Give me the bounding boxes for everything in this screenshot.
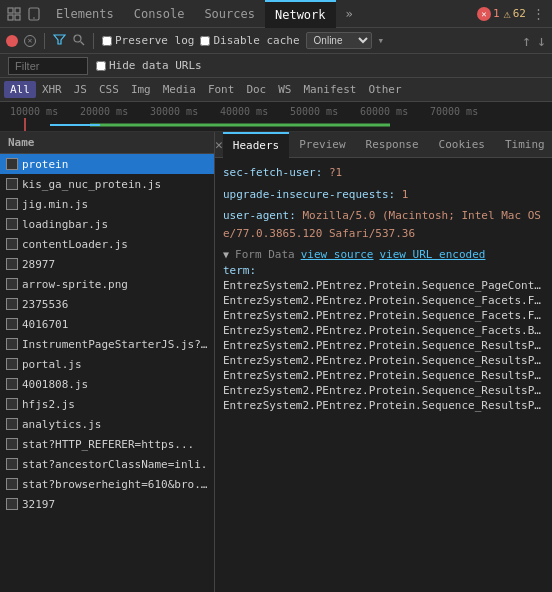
timeline-label: 50000 ms	[290, 106, 360, 117]
file-item[interactable]: 4016701	[0, 314, 214, 334]
file-item[interactable]: kis_ga_nuc_protein.js	[0, 174, 214, 194]
right-tab-timing[interactable]: Timing	[495, 132, 552, 158]
form-row: EntrezSystem2.PEntrez.Protein.Sequence_F…	[223, 293, 543, 308]
file-item[interactable]: portal.js	[0, 354, 214, 374]
error-badge: ✕ 1	[477, 7, 500, 21]
file-item[interactable]: protein	[0, 154, 214, 174]
tab-elements[interactable]: Elements	[46, 0, 124, 28]
header-row: user-agent: Mozilla/5.0 (Macintosh; Inte…	[223, 205, 544, 244]
file-item[interactable]: InstrumentPageStarterJS.js?v.	[0, 334, 214, 354]
preserve-log-label[interactable]: Preserve log	[102, 34, 194, 47]
file-item[interactable]: analytics.js	[0, 414, 214, 434]
mobile-icon[interactable]	[26, 6, 42, 22]
tab-network[interactable]: Network	[265, 0, 336, 28]
file-item[interactable]: 2375536	[0, 294, 214, 314]
tab-console[interactable]: Console	[124, 0, 195, 28]
form-row: EntrezSystem2.PEntrez.Protein.Sequence_R…	[223, 398, 543, 413]
timeline-canvas	[10, 118, 552, 132]
file-name: loadingbar.js	[22, 218, 208, 231]
type-btn-manifest[interactable]: Manifest	[298, 81, 363, 98]
error-x-icon: ✕	[477, 7, 491, 21]
timeline: 10000 ms20000 ms30000 ms40000 ms50000 ms…	[0, 102, 552, 132]
type-btn-css[interactable]: CSS	[93, 81, 125, 98]
file-item[interactable]: hfjs2.js	[0, 394, 214, 414]
form-row: EntrezSystem2.PEntrez.Protein.Sequence_R…	[223, 383, 543, 398]
file-name: InstrumentPageStarterJS.js?v.	[22, 338, 208, 351]
view-url-encoded-link[interactable]: view URL encoded	[380, 248, 486, 261]
disable-cache-text: Disable cache	[213, 34, 299, 47]
file-item[interactable]: loadingbar.js	[0, 214, 214, 234]
right-tab-cookies[interactable]: Cookies	[429, 132, 495, 158]
file-item[interactable]: 28977	[0, 254, 214, 274]
file-item[interactable]: arrow-sprite.png	[0, 274, 214, 294]
left-panel: Name proteinkis_ga_nuc_protein.jsjig.min…	[0, 132, 215, 592]
import-icon[interactable]: ↑	[522, 32, 531, 50]
inspect-icon[interactable]	[6, 6, 22, 22]
file-item[interactable]: contentLoader.js	[0, 234, 214, 254]
header-val: 1	[402, 188, 409, 201]
file-icon	[6, 158, 18, 170]
hide-urls-checkbox[interactable]	[96, 61, 106, 71]
file-name: 2375536	[22, 298, 208, 311]
file-name: 32197	[22, 498, 208, 511]
file-name: stat?HTTP_REFERER=https...	[22, 438, 208, 451]
file-item[interactable]: stat?browserheight=610&bro...	[0, 474, 214, 494]
search-icon[interactable]	[72, 33, 85, 49]
file-icon	[6, 298, 18, 310]
file-name: contentLoader.js	[22, 238, 208, 251]
svg-line-8	[81, 41, 85, 45]
preserve-log-checkbox[interactable]	[102, 36, 112, 46]
filter-icon[interactable]	[53, 33, 66, 49]
file-item[interactable]: jig.min.js	[0, 194, 214, 214]
file-icon	[6, 278, 18, 290]
right-tab-response[interactable]: Response	[356, 132, 429, 158]
stop-button[interactable]: ✕	[24, 35, 36, 47]
form-row: EntrezSystem2.PEntrez.Protein.Sequence_P…	[223, 278, 543, 293]
type-btn-font[interactable]: Font	[202, 81, 241, 98]
tab-more[interactable]: »	[336, 0, 363, 28]
file-item[interactable]: 32197	[0, 494, 214, 514]
right-tab-preview[interactable]: Preview	[289, 132, 355, 158]
right-content: sec-fetch-user: ?1upgrade-insecure-reque…	[215, 158, 552, 592]
form-row: EntrezSystem2.PEntrez.Protein.Sequence_R…	[223, 338, 543, 353]
col-name-label: Name	[8, 136, 35, 149]
disable-cache-label[interactable]: Disable cache	[200, 34, 299, 47]
record-button[interactable]	[6, 35, 18, 47]
throttle-select[interactable]: Online Fast 3G Slow 3G Offline	[306, 32, 372, 49]
svg-rect-1	[15, 8, 20, 13]
tab-sources[interactable]: Sources	[194, 0, 265, 28]
view-source-link[interactable]: view source	[301, 248, 374, 261]
triangle-icon: ▼	[223, 249, 229, 260]
preserve-log-text: Preserve log	[115, 34, 194, 47]
file-name: protein	[22, 158, 208, 171]
type-btn-ws[interactable]: WS	[272, 81, 297, 98]
devtools-more-icon[interactable]: ⋮	[530, 6, 546, 22]
file-item[interactable]: stat?HTTP_REFERER=https...	[0, 434, 214, 454]
header-key: user-agent:	[223, 209, 296, 222]
type-btn-xhr[interactable]: XHR	[36, 81, 68, 98]
file-name: 4016701	[22, 318, 208, 331]
svg-marker-6	[54, 35, 65, 44]
filter-input[interactable]	[8, 57, 88, 75]
file-icon	[6, 198, 18, 210]
timeline-label: 30000 ms	[150, 106, 220, 117]
type-btn-other[interactable]: Other	[362, 81, 407, 98]
type-btn-doc[interactable]: Doc	[240, 81, 272, 98]
disable-cache-checkbox[interactable]	[200, 36, 210, 46]
hide-urls-label[interactable]: Hide data URLs	[96, 59, 202, 72]
close-button[interactable]: ✕	[215, 132, 223, 158]
file-item[interactable]: 4001808.js	[0, 374, 214, 394]
type-btn-media[interactable]: Media	[157, 81, 202, 98]
right-tab-headers[interactable]: Headers	[223, 132, 289, 158]
warn-badge: ⚠ 62	[504, 7, 526, 21]
type-btn-js[interactable]: JS	[68, 81, 93, 98]
right-panel: ✕ HeadersPreviewResponseCookiesTiming se…	[215, 132, 552, 592]
export-icon[interactable]: ↓	[537, 32, 546, 50]
file-item[interactable]: stat?ancestorClassName=inli.	[0, 454, 214, 474]
file-name: stat?browserheight=610&bro...	[22, 478, 208, 491]
top-tab-bar: Elements Console Sources Network » ✕ 1 ⚠…	[0, 0, 552, 28]
file-name: kis_ga_nuc_protein.js	[22, 178, 208, 191]
type-btn-img[interactable]: Img	[125, 81, 157, 98]
form-row: EntrezSystem2.PEntrez.Protein.Sequence_R…	[223, 353, 543, 368]
type-btn-all[interactable]: All	[4, 81, 36, 98]
